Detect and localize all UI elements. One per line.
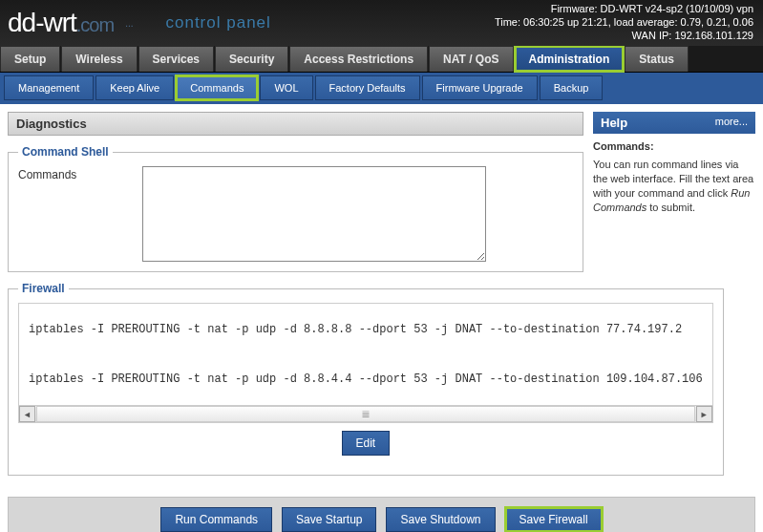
tab-access-restrictions[interactable]: Access Restrictions [289,46,428,72]
commands-label: Commands [18,166,133,181]
firmware-line: Firmware: DD-WRT v24-sp2 (10/10/09) vpn [495,2,753,15]
tab-administration[interactable]: Administration [515,46,625,72]
tagline-dots: ... [125,18,133,29]
save-shutdown-button[interactable]: Save Shutdown [386,507,495,532]
help-body: Commands: You can run command lines via … [593,134,755,221]
tagline: control panel [165,13,270,32]
subtab-management[interactable]: Management [4,75,94,100]
edit-button[interactable]: Edit [342,431,391,456]
help-title: Help [601,116,627,130]
subtab-commands[interactable]: Commands [176,75,258,100]
logo-domain: .com [76,14,114,36]
subtab-firmware-upgrade[interactable]: Firmware Upgrade [422,75,538,100]
logo-text: dd-wrt [8,8,76,38]
subtab-wol[interactable]: WOL [260,75,312,100]
command-row: Commands [18,166,573,262]
help-text-post: to submit. [646,202,695,213]
save-firewall-button[interactable]: Save Firewall [505,507,603,532]
subtab-factory-defaults[interactable]: Factory Defaults [315,75,420,100]
tab-services[interactable]: Services [138,46,214,72]
commands-textarea[interactable] [142,166,486,262]
content: Diagnostics Command Shell Commands Firew… [0,104,763,493]
tab-security[interactable]: Security [215,46,288,72]
tab-setup[interactable]: Setup [0,46,60,72]
scrollbar-track[interactable] [36,406,695,422]
button-bar: Run Commands Save Startup Save Shutdown … [8,497,755,532]
main-tabs: Setup Wireless Services Security Access … [0,46,763,73]
time-line: Time: 06:30:25 up 21:21, load average: 0… [495,15,753,29]
help-heading: Commands: [593,139,755,154]
help-text-pre: You can run command lines via the web in… [593,159,753,199]
save-startup-button[interactable]: Save Startup [282,507,376,532]
subtab-keep-alive[interactable]: Keep Alive [95,75,174,100]
scroll-left-icon[interactable]: ◄ [19,406,35,422]
tab-wireless[interactable]: Wireless [61,46,137,72]
tab-nat-qos[interactable]: NAT / QoS [429,46,513,72]
page-title: Diagnostics [8,112,583,136]
command-shell-fieldset: Command Shell Commands [8,145,583,272]
header: dd-wrt.com ... control panel Firmware: D… [0,0,763,46]
command-shell-legend: Command Shell [18,145,113,159]
help-more-link[interactable]: more... [715,116,748,130]
sub-tabs: Management Keep Alive Commands WOL Facto… [0,73,763,104]
horizontal-scrollbar[interactable]: ◄ ► [19,405,712,422]
main-column: Diagnostics Command Shell Commands Firew… [8,112,583,485]
run-commands-button[interactable]: Run Commands [160,507,272,532]
tab-status[interactable]: Status [625,46,689,72]
status-block: Firmware: DD-WRT v24-sp2 (10/10/09) vpn … [495,2,753,42]
help-header: Help more... [593,112,755,134]
logo: dd-wrt.com [8,8,114,38]
button-row-1: Run Commands Save Startup Save Shutdown … [16,507,747,532]
subtab-backup[interactable]: Backup [540,75,604,100]
wanip-line: WAN IP: 192.168.101.129 [495,29,753,42]
help-column: Help more... Commands: You can run comma… [593,112,755,485]
firewall-legend: Firewall [18,282,69,295]
